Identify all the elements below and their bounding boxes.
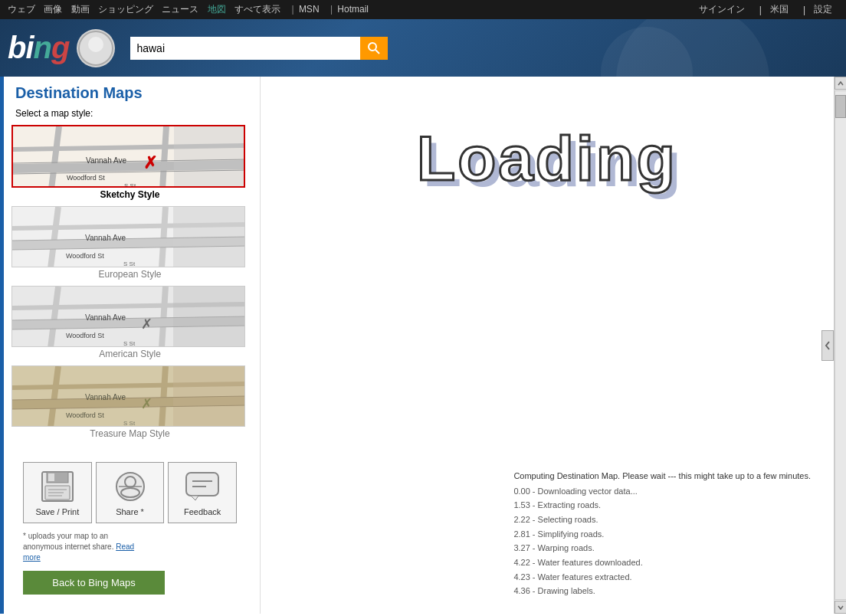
loading-graphic: Loading Loading bbox=[417, 123, 677, 195]
svg-line-26 bbox=[51, 287, 58, 347]
log-entry-4: 3.27 - Warping roads. bbox=[513, 541, 811, 555]
scroll-down-arrow[interactable] bbox=[835, 601, 847, 614]
svg-text:✗: ✗ bbox=[141, 396, 152, 411]
left-nav: ウェブ 画像 動画 ショッピング ニュース 地図 すべて表示 | MSN | H… bbox=[8, 3, 375, 16]
svg-text:S St: S St bbox=[123, 260, 136, 267]
scroll-up-arrow[interactable] bbox=[835, 77, 847, 90]
svg-rect-51 bbox=[48, 489, 67, 490]
nav-news[interactable]: ニュース bbox=[162, 4, 198, 15]
nav-images[interactable]: 画像 bbox=[44, 4, 62, 15]
feedback-icon bbox=[182, 469, 222, 503]
collapse-panel-arrow[interactable] bbox=[821, 330, 834, 361]
arrow-down-icon bbox=[838, 605, 844, 610]
treasure-map-preview: Vannah Ave Woodford St S St ✗ bbox=[12, 366, 245, 427]
svg-text:Vannah Ave: Vannah Ave bbox=[86, 156, 126, 165]
european-style-label: European Style bbox=[11, 269, 248, 280]
nav-signin[interactable]: サインイン bbox=[699, 3, 745, 16]
svg-line-17 bbox=[162, 207, 166, 267]
sketchy-map-preview: Vannah Ave Woodford St S St ✗ bbox=[13, 126, 245, 188]
back-to-maps-button[interactable]: Back to Bing Maps bbox=[23, 571, 165, 595]
chevron-left-icon bbox=[825, 340, 831, 351]
separator-3: | bbox=[759, 5, 762, 15]
log-entry-3: 2.81 - Simplifying roads. bbox=[513, 527, 811, 542]
nav-region[interactable]: 米国 bbox=[770, 3, 789, 16]
log-entry-5: 4.22 - Water features downloaded. bbox=[513, 555, 811, 570]
american-map-preview: Vannah Ave Woodford St S St ✗ bbox=[12, 287, 245, 347]
feedback-button[interactable]: Feedback bbox=[168, 462, 237, 523]
log-entry-2: 2.22 - Selecting roads. bbox=[513, 513, 811, 527]
arrow-up-icon bbox=[838, 81, 844, 86]
svg-point-1 bbox=[88, 37, 103, 52]
progress-log: Computing Destination Map. Please wait -… bbox=[513, 471, 811, 599]
svg-rect-8 bbox=[174, 126, 245, 188]
svg-text:✗: ✗ bbox=[143, 153, 157, 172]
svg-rect-52 bbox=[48, 492, 64, 493]
svg-line-38 bbox=[162, 366, 166, 427]
european-map-preview: Vannah Ave Woodford St S St bbox=[12, 207, 245, 267]
search-icon bbox=[368, 42, 380, 54]
svg-marker-60 bbox=[191, 496, 198, 500]
svg-text:Woodford St: Woodford St bbox=[66, 411, 104, 419]
svg-line-37 bbox=[51, 366, 58, 427]
nav-video[interactable]: 動画 bbox=[71, 4, 90, 15]
svg-text:Woodford St: Woodford St bbox=[66, 332, 104, 339]
scrollbar[interactable] bbox=[834, 77, 846, 614]
svg-line-27 bbox=[162, 287, 166, 347]
svg-rect-59 bbox=[186, 473, 218, 496]
search-bar bbox=[130, 37, 388, 60]
svg-line-5 bbox=[51, 126, 59, 188]
nav-shopping[interactable]: ショッピング bbox=[98, 4, 153, 15]
scroll-track bbox=[835, 90, 847, 600]
map-style-treasure[interactable]: Vannah Ave Woodford St S St ✗ Treasure M… bbox=[11, 365, 248, 439]
svg-text:Woodford St: Woodford St bbox=[66, 252, 104, 260]
svg-text:Woodford St: Woodford St bbox=[67, 174, 105, 182]
svg-rect-53 bbox=[48, 495, 62, 496]
svg-line-3 bbox=[375, 50, 379, 54]
svg-text:Vannah Ave: Vannah Ave bbox=[85, 313, 126, 322]
upload-note: * uploads your map to an anonymous inter… bbox=[23, 531, 138, 563]
map-style-american[interactable]: Vannah Ave Woodford St S St ✗ American S… bbox=[11, 286, 248, 359]
page-title: Destination Maps bbox=[11, 84, 248, 102]
map-style-european[interactable]: Vannah Ave Woodford St S St European Sty… bbox=[11, 206, 248, 280]
svg-line-16 bbox=[51, 207, 58, 267]
sketchy-style-label: Sketchy Style bbox=[11, 189, 248, 200]
share-icon bbox=[110, 469, 150, 503]
separator-1: | bbox=[291, 4, 293, 15]
map-style-sketchy[interactable]: Vannah Ave Woodford St S St ✗ Sketchy St… bbox=[11, 125, 248, 200]
header: bing bbox=[0, 19, 846, 77]
american-style-label: American Style bbox=[11, 349, 248, 359]
scroll-thumb[interactable] bbox=[835, 95, 846, 118]
svg-text:Vannah Ave: Vannah Ave bbox=[85, 234, 126, 242]
nav-maps[interactable]: 地図 bbox=[208, 4, 226, 15]
separator-2: | bbox=[330, 4, 333, 15]
nav-msn[interactable]: MSN bbox=[299, 4, 320, 15]
nav-web[interactable]: ウェブ bbox=[8, 4, 35, 15]
search-button[interactable] bbox=[360, 37, 388, 60]
nav-all[interactable]: すべて表示 bbox=[234, 4, 280, 15]
bottom-area: Save / Print Share * bbox=[11, 454, 248, 606]
save-print-label: Save / Print bbox=[35, 507, 79, 516]
top-navigation: ウェブ 画像 動画 ショッピング ニュース 地図 すべて表示 | MSN | H… bbox=[0, 0, 846, 19]
log-entry-1: 1.53 - Extracting roads. bbox=[513, 498, 811, 513]
nav-settings[interactable]: 設定 bbox=[814, 3, 832, 16]
log-entry-7: 4.36 - Drawing labels. bbox=[513, 584, 811, 598]
save-print-button[interactable]: Save / Print bbox=[23, 462, 92, 523]
content-area: Loading Loading Computing Destination Ma… bbox=[261, 77, 834, 614]
sidebar: Destination Maps Select a map style: bbox=[0, 77, 261, 614]
share-button[interactable]: Share * bbox=[96, 462, 165, 523]
right-nav: サインイン | 米国 | 設定 bbox=[699, 3, 838, 16]
log-entry-6: 4.23 - Water features extracted. bbox=[513, 570, 811, 585]
svg-text:S St: S St bbox=[123, 420, 136, 427]
bing-logo[interactable]: bing bbox=[8, 31, 69, 65]
svg-point-2 bbox=[369, 43, 376, 51]
svg-text:S St: S St bbox=[123, 340, 136, 347]
treasure-style-label: Treasure Map Style bbox=[11, 428, 248, 439]
map-style-label: Select a map style: bbox=[11, 108, 248, 119]
progress-title: Computing Destination Map. Please wait -… bbox=[513, 471, 811, 480]
search-input[interactable] bbox=[130, 37, 360, 60]
log-entry-0: 0.00 - Downloading vector data... bbox=[513, 484, 811, 499]
nav-hotmail[interactable]: Hotmail bbox=[337, 4, 369, 15]
feedback-label: Feedback bbox=[184, 507, 221, 516]
svg-text:S St: S St bbox=[124, 182, 136, 188]
separator-4: | bbox=[803, 5, 805, 15]
